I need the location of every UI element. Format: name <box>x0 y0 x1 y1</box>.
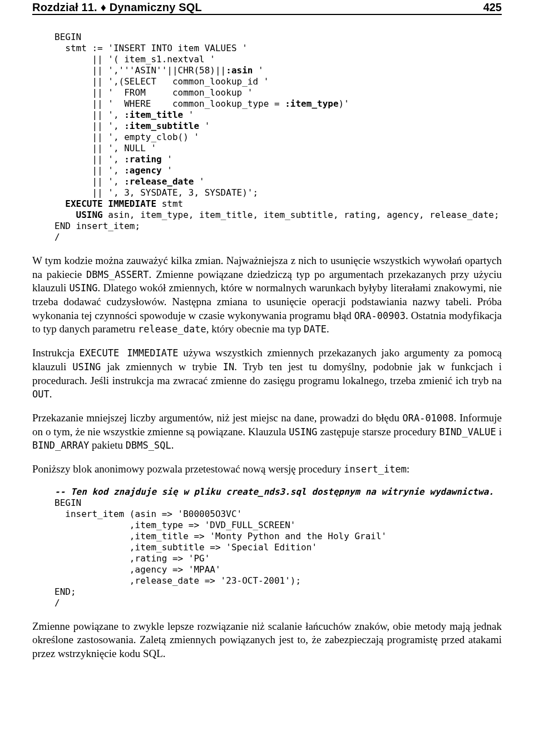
code-line: || '( item_s1.nextval ' <box>55 54 215 64</box>
paragraph-4: Poniższy blok anonimowy pozwala przetest… <box>32 462 502 476</box>
code-line: || ', NULL ' <box>55 143 156 153</box>
code-line: ,item_title => 'Monty Python and the Hol… <box>55 531 387 541</box>
code-line: || ', <box>55 121 124 131</box>
code-line: / <box>55 232 60 242</box>
inline-code: DBMS_SQL <box>126 440 171 451</box>
inline-code: USING <box>72 361 101 372</box>
code-line: ' <box>194 176 204 187</box>
bind-var: :agency <box>124 165 161 176</box>
inline-code: BIND_VALUE <box>439 426 496 437</box>
code-comment: -- Ten kod znajduje się w pliku create_n… <box>55 486 494 497</box>
code-line: BEGIN <box>55 32 81 42</box>
page: Rozdział 11. ♦ Dynamiczny SQL 425 BEGIN … <box>0 0 534 699</box>
code-line: ,release_date => '23-OCT-2001'); <box>55 575 301 586</box>
code-line: insert_item (asin => 'B00005O3VC' <box>55 509 242 519</box>
inline-code: BIND_ARRAY <box>32 440 89 451</box>
inline-code: DBMS_ASSERT <box>86 269 149 280</box>
bind-var: :release_date <box>124 176 194 187</box>
text: Zmienne powiązane to zwykle lepsze rozwi… <box>32 620 502 659</box>
code-line: ' <box>183 110 194 120</box>
code-line <box>55 210 76 220</box>
paragraph-1: W tym kodzie można zauważyć kilka zmian.… <box>32 254 502 336</box>
bind-var: :asin <box>226 65 253 76</box>
text: pakietu <box>89 439 125 451</box>
code-line: ,rating => 'PG' <box>55 553 210 564</box>
text: . <box>50 388 52 400</box>
inline-code: ORA-01008 <box>403 412 454 424</box>
text: jak zmiennych w trybie <box>101 361 222 372</box>
paragraph-3: Przekazanie mniejszej liczby argumentów,… <box>32 411 502 452</box>
code-line: ' <box>199 121 210 131</box>
code-line: stmt := 'INSERT INTO item VALUES ' <box>55 43 248 53</box>
code-line: END insert_item; <box>55 221 140 231</box>
text: zastępuje starsze procedury <box>318 426 439 437</box>
paragraph-5: Zmienne powiązane to zwykle lepsze rozwi… <box>32 620 502 661</box>
paragraph-2: Instrukcja EXECUTE IMMEDIATE używa wszys… <box>32 346 502 401</box>
inline-code: EXECUTE IMMEDIATE <box>80 347 179 359</box>
code-line: stmt <box>156 198 183 209</box>
code-line: ,item_subtitle => 'Special Edition' <box>55 542 317 553</box>
keyword: USING <box>76 210 103 220</box>
code-block-2: -- Ten kod znajduje się w pliku create_n… <box>55 486 502 609</box>
code-line: END; <box>55 586 76 597</box>
code-line: || ',(SELECT common_lookup_id ' <box>55 76 269 87</box>
text: . <box>171 439 174 451</box>
page-header: Rozdział 11. ♦ Dynamiczny SQL 425 <box>32 0 502 15</box>
code-line: || ', <box>55 176 124 187</box>
header-title: Rozdział 11. ♦ Dynamiczny SQL <box>32 1 202 14</box>
text: Przekazanie mniejszej liczby argumentów,… <box>32 412 403 424</box>
inline-code: DATE <box>304 324 327 335</box>
bind-var: :item_title <box>124 110 183 120</box>
text: i <box>496 426 502 437</box>
inline-code: OUT <box>32 389 50 400</box>
inline-code: ORA-00903 <box>354 310 406 321</box>
code-line: ,agency => 'MPAA' <box>55 564 221 575</box>
bind-var: :item_type <box>285 98 338 109</box>
code-line: || ' FROM common_lookup ' <box>55 87 253 98</box>
inline-code: USING <box>289 426 317 437</box>
text: Instrukcja <box>32 347 80 359</box>
inline-code: USING <box>69 282 97 294</box>
text: , który obecnie ma typ <box>206 323 304 335</box>
inline-code: release_date <box>138 324 206 335</box>
code-line: || ', <box>55 110 124 120</box>
page-number: 425 <box>483 1 502 14</box>
inline-code: IN <box>223 361 234 372</box>
code-line: || ', 3, SYSDATE, 3, SYSDATE)'; <box>55 187 258 198</box>
code-line: / <box>55 598 60 608</box>
code-line: || ','''ASIN''||CHR(58)|| <box>55 65 226 76</box>
text: . <box>327 323 329 335</box>
code-line: ,item_type => 'DVD_FULL_SCREEN' <box>55 520 295 530</box>
code-line: )' <box>339 98 349 109</box>
code-line: BEGIN <box>55 498 81 508</box>
code-line: || ', empty_clob() ' <box>55 132 199 142</box>
code-line: || ' WHERE common_lookup_type = <box>55 98 285 109</box>
code-line: ' <box>253 65 263 76</box>
code-line: ' <box>162 165 172 176</box>
code-block-1: BEGIN stmt := 'INSERT INTO item VALUES '… <box>55 32 502 243</box>
code-line: || ', <box>55 165 124 176</box>
code-line <box>55 198 65 209</box>
inline-code: insert_item <box>344 464 407 475</box>
bind-var: :item_subtitle <box>124 121 199 131</box>
code-line: ' <box>162 154 172 165</box>
text: Poniższy blok anonimowy pozwala przetest… <box>32 463 344 475</box>
text: : <box>407 463 409 475</box>
keyword: EXECUTE IMMEDIATE <box>65 198 156 209</box>
code-line: || ', <box>55 154 124 165</box>
code-line: asin, item_type, item_title, item_subtit… <box>103 210 500 220</box>
bind-var: :rating <box>124 154 161 165</box>
